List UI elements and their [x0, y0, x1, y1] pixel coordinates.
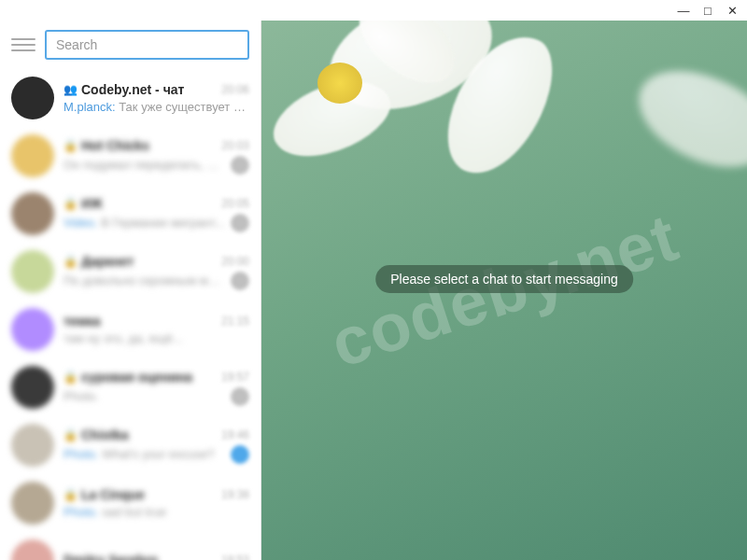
avatar	[11, 192, 54, 235]
avatar	[11, 482, 54, 525]
chat-preview: Photo. sad but true	[63, 505, 166, 519]
chat-item-body: 🔒ИЖ20:05Video. В Германии мигрант...	[63, 196, 249, 232]
chat-preview: Photo.	[63, 389, 99, 403]
chat-list-item[interactable]: 👥Codeby.net - чат20:06M.planck: Так уже …	[0, 69, 261, 127]
app-window: — □ ✕ 👥Codeby.net - чат20:06M.planck: Та…	[0, 0, 747, 560]
avatar	[11, 308, 54, 351]
chat-item-body: 🔒Chistka19:46Photo. What's your excuse?	[63, 427, 249, 464]
chat-time: 20:05	[221, 197, 249, 210]
chat-preview: По довольно скромным мер...	[63, 273, 225, 287]
avatar	[11, 539, 54, 560]
avatar	[11, 77, 54, 119]
chat-item-body: темка21:15там ну это, да, ещё...	[63, 314, 249, 345]
avatar	[11, 134, 54, 177]
window-titlebar: — □ ✕	[0, 0, 747, 21]
chat-type-icon: 🔒	[63, 139, 78, 152]
chat-type-icon: 🔒	[63, 371, 78, 384]
unread-badge	[231, 214, 249, 232]
chat-item-body: 👥Codeby.net - чат20:06M.planck: Так уже …	[63, 82, 249, 114]
chat-time: 20:03	[221, 139, 249, 152]
chat-time: 19:38	[221, 488, 249, 501]
chat-preview: Photo. What's your excuse?	[63, 447, 214, 461]
close-button[interactable]: ✕	[725, 4, 740, 18]
chat-type-icon: 🔒	[63, 197, 78, 210]
minimize-button[interactable]: —	[676, 4, 691, 18]
unread-badge	[231, 156, 249, 175]
chat-name: 🔒Chistka	[63, 427, 129, 442]
avatar	[11, 424, 54, 467]
unread-badge	[231, 272, 249, 290]
chat-name: 🔒Hot Chicks	[63, 138, 149, 153]
chat-list-item[interactable]: 🔒La Cinque19:38Photo. sad but true	[0, 474, 261, 532]
avatar	[11, 250, 54, 293]
chat-preview: Он подумал переделать, но т...	[63, 158, 225, 172]
chat-list-item[interactable]: темка21:15там ну это, да, ещё...	[0, 301, 261, 358]
menu-icon	[11, 38, 35, 40]
chat-name: темка	[63, 314, 101, 329]
maximize-button[interactable]: □	[700, 4, 715, 18]
empty-chat-message: Please select a chat to start messaging	[375, 265, 633, 293]
app-body: 👥Codeby.net - чат20:06M.planck: Так уже …	[0, 21, 747, 560]
chat-item-body: 🔒Hot Chicks20:03Он подумал переделать, н…	[63, 138, 249, 175]
chat-name: 🔒La Cinque	[63, 487, 145, 502]
chat-name: Dmitry Serebro	[63, 553, 158, 561]
chat-preview: там ну это, да, ещё...	[63, 331, 183, 345]
chat-type-icon: 🔒	[63, 488, 78, 501]
search-input[interactable]	[45, 30, 249, 60]
chat-list-item[interactable]: 🔒Chistka19:46Photo. What's your excuse?	[0, 416, 261, 474]
chat-list-item[interactable]: Dmitry Serebro18:53	[0, 532, 261, 560]
chat-list[interactable]: 👥Codeby.net - чат20:06M.planck: Так уже …	[0, 69, 261, 560]
chat-list-item[interactable]: 🔒Даркнет20:00По довольно скромным мер...	[0, 243, 261, 301]
sidebar-header	[0, 21, 261, 69]
chat-name: 🔒Даркнет	[63, 254, 134, 269]
chat-time: 19:57	[221, 371, 249, 384]
unread-badge	[231, 445, 249, 464]
chat-list-item[interactable]: 🔒ИЖ20:05Video. В Германии мигрант...	[0, 185, 261, 243]
chat-time: 21:15	[221, 315, 249, 328]
flower-center	[317, 63, 362, 104]
chat-preview: M.planck: Так уже существует со...	[63, 100, 249, 114]
chat-time: 20:06	[221, 83, 249, 96]
chat-item-body: 🔒Даркнет20:00По довольно скромным мер...	[63, 254, 249, 290]
sidebar: 👥Codeby.net - чат20:06M.planck: Так уже …	[0, 21, 261, 560]
chat-item-body: 🔒La Cinque19:38Photo. sad but true	[63, 487, 249, 519]
chat-item-body: 🔒суровая оценина19:57Photo.	[63, 370, 249, 406]
chat-list-item[interactable]: 🔒суровая оценина19:57Photo.	[0, 358, 261, 416]
chat-type-icon: 🔒	[63, 255, 78, 268]
chat-item-body: Dmitry Serebro18:53	[63, 553, 249, 561]
hamburger-menu-button[interactable]	[11, 33, 35, 57]
flower-petal	[624, 48, 747, 190]
chat-list-item[interactable]: 🔒Hot Chicks20:03Он подумал переделать, н…	[0, 127, 261, 185]
main-panel: codeby.net Please select a chat to start…	[261, 21, 747, 560]
chat-name: 🔒суровая оценина	[63, 370, 192, 385]
unread-badge	[231, 387, 249, 406]
chat-time: 19:46	[221, 428, 249, 441]
chat-preview: Video. В Германии мигрант...	[63, 216, 225, 230]
chat-name: 👥Codeby.net - чат	[63, 82, 184, 97]
chat-type-icon: 👥	[63, 83, 78, 96]
avatar	[11, 366, 54, 409]
chat-name: 🔒ИЖ	[63, 196, 103, 211]
chat-type-icon: 🔒	[63, 428, 78, 441]
chat-time: 18:53	[221, 553, 249, 561]
chat-time: 20:00	[221, 255, 249, 268]
